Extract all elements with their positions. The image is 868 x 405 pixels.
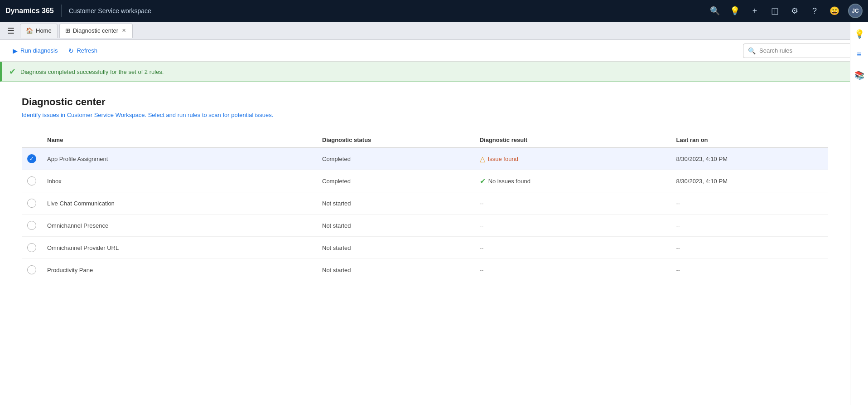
table-row[interactable]: ✓App Profile AssignmentCompleted △ Issue… (22, 147, 828, 170)
row-last-ran: -- (670, 259, 828, 281)
tab-diagnostic[interactable]: ⊞ Diagnostic center ✕ (59, 24, 133, 38)
tab-home[interactable]: 🏠 Home (20, 24, 58, 38)
run-diagnosis-button[interactable]: ▶ Run diagnosis (7, 44, 63, 57)
row-checkbox[interactable] (27, 243, 36, 252)
row-result: ✔ No issues found (474, 170, 671, 192)
search-rules-icon: 🔍 (748, 47, 756, 54)
row-checkbox[interactable] (27, 221, 36, 230)
row-last-ran: -- (670, 192, 828, 215)
table-row[interactable]: Omnichannel Provider URLNot started---- (22, 237, 828, 259)
row-result: -- (474, 215, 671, 237)
row-status: Not started (317, 192, 474, 215)
table-row[interactable]: InboxCompleted ✔ No issues found 8/30/20… (22, 170, 828, 192)
toolbar: ▶ Run diagnosis ↻ Refresh 🔍 (0, 40, 868, 62)
settings-icon[interactable]: ⚙ (788, 5, 801, 17)
page-subtitle: Identify issues in Customer Service Work… (22, 112, 828, 118)
home-icon: 🏠 (26, 27, 33, 34)
last-ran-dash: -- (676, 222, 680, 229)
row-name: Omnichannel Presence (42, 215, 317, 237)
row-name: Inbox (42, 170, 317, 192)
help-icon[interactable]: ? (808, 5, 821, 17)
row-checkbox[interactable] (27, 176, 36, 185)
filter-icon[interactable]: ◫ (768, 5, 781, 17)
refresh-label: Refresh (77, 47, 97, 54)
col-header-lastran: Last ran on (670, 133, 828, 147)
row-status: Not started (317, 237, 474, 259)
row-name: App Profile Assignment (42, 147, 317, 170)
close-tab-button[interactable]: ✕ (121, 27, 127, 34)
result-dash: -- (480, 267, 484, 273)
row-status: Not started (317, 215, 474, 237)
topbar-icons: 🔍 💡 + ◫ ⚙ ? 😀 JC (709, 4, 863, 18)
right-sidebar: 💡 ≡ 📚 (850, 22, 868, 296)
hamburger-menu[interactable]: ☰ (4, 24, 18, 38)
row-last-ran: 8/30/2023, 4:10 PM (670, 147, 828, 170)
last-ran-dash: -- (676, 200, 680, 207)
notification-bar: ✔ Diagnosis completed successfully for t… (0, 62, 868, 82)
warning-icon: △ (480, 155, 485, 163)
diagnostic-tab-icon: ⊞ (65, 27, 70, 34)
diagnostic-table: Name Diagnostic status Diagnostic result… (22, 133, 828, 281)
checkmark-circle-icon: ✔ (480, 177, 486, 185)
tab-home-label: Home (36, 27, 52, 34)
row-status: Completed (317, 147, 474, 170)
last-ran-dash: -- (676, 244, 680, 251)
col-header-checkbox (22, 133, 42, 147)
row-name: Productivity Pane (42, 259, 317, 281)
col-header-status: Diagnostic status (317, 133, 474, 147)
row-name: Omnichannel Provider URL (42, 237, 317, 259)
topbar: Dynamics 365 Customer Service workspace … (0, 0, 868, 22)
tabbar: ☰ 🏠 Home ⊞ Diagnostic center ✕ (0, 22, 868, 40)
run-diagnosis-label: Run diagnosis (20, 47, 58, 54)
row-status: Not started (317, 259, 474, 281)
col-header-result: Diagnostic result (474, 133, 671, 147)
no-issues-text: No issues found (488, 178, 530, 185)
right-lightbulb-icon[interactable]: 💡 (853, 27, 866, 41)
result-dash: -- (480, 244, 484, 251)
search-rules-input[interactable] (759, 47, 856, 54)
table-row[interactable]: Live Chat CommunicationNot started---- (22, 192, 828, 215)
smiley-icon[interactable]: 😀 (828, 5, 841, 17)
search-rules-box: 🔍 (743, 44, 861, 58)
right-book-icon[interactable]: 📚 (853, 68, 866, 82)
search-icon[interactable]: 🔍 (709, 5, 721, 17)
avatar[interactable]: JC (848, 4, 863, 18)
row-name: Live Chat Communication (42, 192, 317, 215)
app-name: Customer Service workspace (69, 7, 151, 15)
row-checkbox-checked[interactable]: ✓ (27, 154, 36, 163)
result-dash: -- (480, 222, 484, 229)
issue-found-link[interactable]: △ Issue found (480, 155, 665, 163)
row-result: -- (474, 237, 671, 259)
row-status: Completed (317, 170, 474, 192)
row-checkbox[interactable] (27, 199, 36, 208)
col-header-name: Name (42, 133, 317, 147)
tab-diagnostic-label: Diagnostic center (73, 27, 118, 34)
result-dash: -- (480, 200, 484, 207)
row-result[interactable]: △ Issue found (474, 147, 671, 170)
no-issues-result: ✔ No issues found (480, 177, 665, 185)
main-content: Diagnostic center Identify issues in Cus… (0, 82, 850, 296)
table-row[interactable]: Productivity PaneNot started---- (22, 259, 828, 281)
row-last-ran: -- (670, 215, 828, 237)
refresh-button[interactable]: ↻ Refresh (63, 44, 103, 57)
table-row[interactable]: Omnichannel PresenceNot started---- (22, 215, 828, 237)
brand-name: Dynamics 365 (5, 7, 54, 15)
row-last-ran: 8/30/2023, 4:10 PM (670, 170, 828, 192)
lightbulb-icon[interactable]: 💡 (728, 5, 741, 17)
row-last-ran: -- (670, 237, 828, 259)
topbar-divider (61, 5, 62, 17)
row-result: -- (474, 259, 671, 281)
row-checkbox[interactable] (27, 265, 36, 274)
issue-found-text: Issue found (488, 156, 518, 162)
right-list-icon[interactable]: ≡ (855, 48, 863, 61)
last-ran-dash: -- (676, 267, 680, 273)
row-result: -- (474, 192, 671, 215)
notification-check-icon: ✔ (9, 67, 16, 77)
plus-icon[interactable]: + (748, 5, 761, 17)
refresh-icon: ↻ (68, 47, 74, 54)
play-icon: ▶ (13, 47, 18, 54)
notification-message: Diagnosis completed successfully for the… (20, 68, 849, 75)
page-title: Diagnostic center (22, 96, 828, 108)
